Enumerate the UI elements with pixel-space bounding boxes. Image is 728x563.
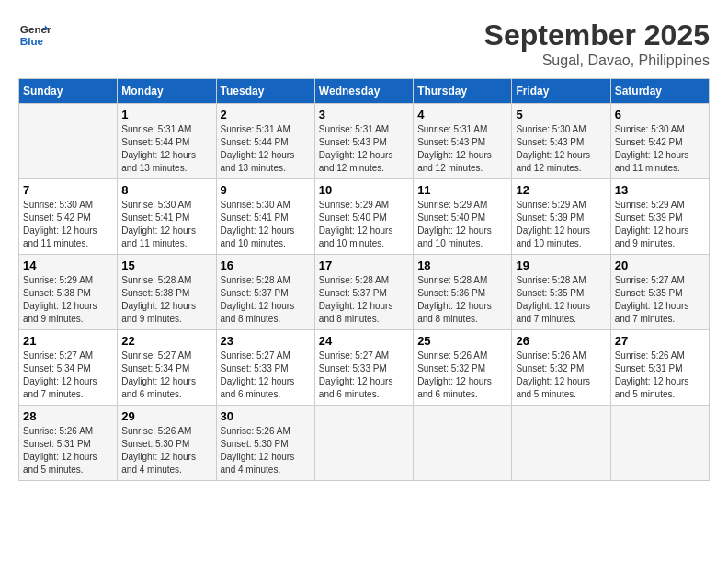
calendar-cell: 13Sunrise: 5:29 AMSunset: 5:39 PMDayligh… [610, 179, 709, 255]
svg-text:Blue: Blue [20, 35, 44, 47]
calendar-cell: 5Sunrise: 5:30 AMSunset: 5:43 PMDaylight… [512, 104, 610, 179]
calendar-cell: 29Sunrise: 5:26 AMSunset: 5:30 PMDayligh… [118, 406, 216, 481]
calendar-cell: 20Sunrise: 5:27 AMSunset: 5:35 PMDayligh… [610, 255, 709, 330]
day-number: 11 [417, 183, 507, 197]
day-info: Sunrise: 5:26 AMSunset: 5:32 PMDaylight:… [516, 350, 606, 401]
day-info: Sunrise: 5:27 AMSunset: 5:34 PMDaylight:… [121, 350, 211, 401]
day-number: 16 [221, 259, 311, 272]
day-number: 25 [417, 334, 507, 348]
day-info: Sunrise: 5:26 AMSunset: 5:31 PMDaylight:… [23, 425, 113, 477]
day-info: Sunrise: 5:26 AMSunset: 5:30 PMDaylight:… [121, 425, 211, 477]
calendar-cell: 25Sunrise: 5:26 AMSunset: 5:32 PMDayligh… [414, 330, 512, 406]
day-info: Sunrise: 5:27 AMSunset: 5:34 PMDaylight:… [23, 350, 113, 401]
calendar-cell: 19Sunrise: 5:28 AMSunset: 5:35 PMDayligh… [512, 255, 610, 330]
calendar-cell: 23Sunrise: 5:27 AMSunset: 5:33 PMDayligh… [216, 330, 314, 406]
header-friday: Friday [512, 79, 610, 104]
calendar-cell: 3Sunrise: 5:31 AMSunset: 5:43 PMDaylight… [314, 104, 413, 179]
day-info: Sunrise: 5:30 AMSunset: 5:41 PMDaylight:… [221, 199, 311, 250]
day-info: Sunrise: 5:29 AMSunset: 5:38 PMDaylight:… [23, 274, 113, 326]
day-info: Sunrise: 5:27 AMSunset: 5:33 PMDaylight:… [221, 350, 311, 401]
calendar-week-row: 28Sunrise: 5:26 AMSunset: 5:31 PMDayligh… [19, 406, 710, 481]
day-number: 26 [516, 334, 606, 348]
day-info: Sunrise: 5:29 AMSunset: 5:40 PMDaylight:… [319, 199, 409, 250]
day-info: Sunrise: 5:26 AMSunset: 5:32 PMDaylight:… [417, 350, 507, 401]
calendar-cell [414, 406, 512, 481]
day-info: Sunrise: 5:26 AMSunset: 5:30 PMDaylight:… [221, 425, 311, 477]
calendar-cell: 18Sunrise: 5:28 AMSunset: 5:36 PMDayligh… [414, 255, 512, 330]
day-number: 22 [121, 334, 211, 348]
day-info: Sunrise: 5:31 AMSunset: 5:43 PMDaylight:… [319, 123, 409, 175]
calendar-cell: 2Sunrise: 5:31 AMSunset: 5:44 PMDaylight… [216, 104, 314, 179]
day-info: Sunrise: 5:28 AMSunset: 5:36 PMDaylight:… [417, 274, 507, 326]
header-thursday: Thursday [414, 79, 512, 104]
day-number: 3 [319, 108, 409, 121]
calendar-cell [19, 104, 118, 179]
day-number: 17 [319, 259, 409, 272]
calendar-week-row: 1Sunrise: 5:31 AMSunset: 5:44 PMDaylight… [19, 104, 710, 179]
calendar-week-row: 21Sunrise: 5:27 AMSunset: 5:34 PMDayligh… [19, 330, 710, 406]
calendar-table: SundayMondayTuesdayWednesdayThursdayFrid… [18, 78, 710, 481]
calendar-cell: 17Sunrise: 5:28 AMSunset: 5:37 PMDayligh… [314, 255, 413, 330]
day-number: 5 [516, 108, 606, 121]
day-number: 14 [23, 259, 113, 272]
day-number: 10 [319, 183, 409, 197]
calendar-cell: 9Sunrise: 5:30 AMSunset: 5:41 PMDaylight… [216, 179, 314, 255]
day-info: Sunrise: 5:31 AMSunset: 5:44 PMDaylight:… [221, 123, 311, 175]
day-info: Sunrise: 5:26 AMSunset: 5:31 PMDaylight:… [615, 350, 705, 401]
day-number: 20 [615, 259, 705, 272]
day-number: 28 [23, 409, 113, 423]
day-number: 24 [319, 334, 409, 348]
day-info: Sunrise: 5:28 AMSunset: 5:37 PMDaylight:… [319, 274, 409, 326]
day-info: Sunrise: 5:29 AMSunset: 5:39 PMDaylight:… [615, 199, 705, 250]
day-number: 15 [121, 259, 211, 272]
calendar-cell [610, 406, 709, 481]
calendar-cell: 21Sunrise: 5:27 AMSunset: 5:34 PMDayligh… [19, 330, 118, 406]
header-wednesday: Wednesday [314, 79, 413, 104]
logo-icon: General Blue [18, 18, 51, 52]
header-tuesday: Tuesday [216, 79, 314, 104]
page-title: September 2025 [484, 18, 710, 52]
day-info: Sunrise: 5:30 AMSunset: 5:42 PMDaylight:… [615, 123, 705, 175]
day-info: Sunrise: 5:27 AMSunset: 5:33 PMDaylight:… [319, 350, 409, 401]
header-sunday: Sunday [19, 79, 118, 104]
calendar-header-row: SundayMondayTuesdayWednesdayThursdayFrid… [19, 79, 710, 104]
calendar-cell: 26Sunrise: 5:26 AMSunset: 5:32 PMDayligh… [512, 330, 610, 406]
day-number: 13 [615, 183, 705, 197]
day-info: Sunrise: 5:27 AMSunset: 5:35 PMDaylight:… [615, 274, 705, 326]
day-number: 21 [23, 334, 113, 348]
day-number: 18 [417, 259, 507, 272]
day-info: Sunrise: 5:30 AMSunset: 5:42 PMDaylight:… [23, 199, 113, 250]
calendar-cell: 24Sunrise: 5:27 AMSunset: 5:33 PMDayligh… [314, 330, 413, 406]
day-info: Sunrise: 5:30 AMSunset: 5:41 PMDaylight:… [121, 199, 211, 250]
day-number: 6 [615, 108, 705, 121]
calendar-cell: 6Sunrise: 5:30 AMSunset: 5:42 PMDaylight… [610, 104, 709, 179]
calendar-cell: 11Sunrise: 5:29 AMSunset: 5:40 PMDayligh… [414, 179, 512, 255]
title-block: September 2025 Sugal, Davao, Philippines [484, 18, 710, 69]
calendar-cell [314, 406, 413, 481]
day-number: 27 [615, 334, 705, 348]
day-number: 8 [121, 183, 211, 197]
calendar-cell: 15Sunrise: 5:28 AMSunset: 5:38 PMDayligh… [118, 255, 216, 330]
day-info: Sunrise: 5:29 AMSunset: 5:39 PMDaylight:… [516, 199, 606, 250]
calendar-cell: 22Sunrise: 5:27 AMSunset: 5:34 PMDayligh… [118, 330, 216, 406]
day-number: 2 [221, 108, 311, 121]
logo: General Blue [18, 18, 51, 52]
day-info: Sunrise: 5:28 AMSunset: 5:35 PMDaylight:… [516, 274, 606, 326]
day-number: 29 [121, 409, 211, 423]
calendar-cell: 27Sunrise: 5:26 AMSunset: 5:31 PMDayligh… [610, 330, 709, 406]
calendar-cell: 7Sunrise: 5:30 AMSunset: 5:42 PMDaylight… [19, 179, 118, 255]
day-number: 30 [221, 409, 311, 423]
day-info: Sunrise: 5:29 AMSunset: 5:40 PMDaylight:… [417, 199, 507, 250]
calendar-cell: 8Sunrise: 5:30 AMSunset: 5:41 PMDaylight… [118, 179, 216, 255]
calendar-cell: 16Sunrise: 5:28 AMSunset: 5:37 PMDayligh… [216, 255, 314, 330]
calendar-cell: 28Sunrise: 5:26 AMSunset: 5:31 PMDayligh… [19, 406, 118, 481]
day-number: 12 [516, 183, 606, 197]
page-subtitle: Sugal, Davao, Philippines [484, 52, 710, 69]
day-info: Sunrise: 5:31 AMSunset: 5:43 PMDaylight:… [417, 123, 507, 175]
page-header: General Blue September 2025 Sugal, Davao… [18, 18, 710, 69]
header-saturday: Saturday [610, 79, 709, 104]
day-info: Sunrise: 5:28 AMSunset: 5:38 PMDaylight:… [121, 274, 211, 326]
day-number: 4 [417, 108, 507, 121]
calendar-week-row: 7Sunrise: 5:30 AMSunset: 5:42 PMDaylight… [19, 179, 710, 255]
day-number: 7 [23, 183, 113, 197]
